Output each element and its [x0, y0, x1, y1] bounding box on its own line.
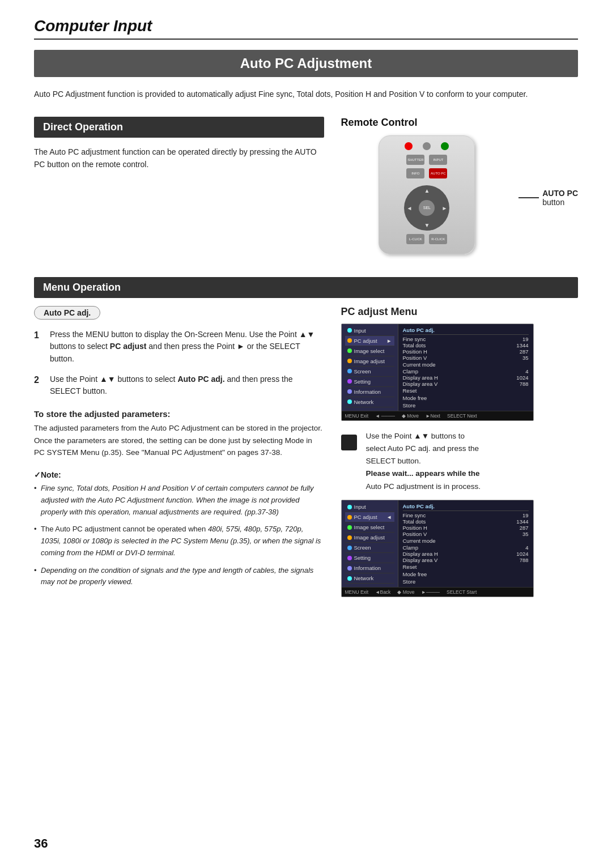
menu-footer-2: MENU Exit ◄Back ◆ Move ►──── SELECT Star… — [342, 588, 533, 597]
step-1: 1 Press the MENU button to display the O… — [34, 329, 324, 365]
remote-buttons-row1: SHUTTER INPUT — [406, 155, 447, 165]
label2-posh: Position H — [403, 525, 427, 531]
menu-left-2: Input PC adjust ◄ Image select — [342, 500, 398, 587]
val-posv: 35 — [522, 355, 529, 361]
footer2-exit: MENU Exit — [345, 589, 369, 595]
bottom-section: Auto PC adj. 1 Press the MENU button to … — [34, 306, 578, 597]
menu-right-panel-2: Auto PC adj. Fine sync19 Total dots1344 … — [398, 500, 533, 587]
menu2-item-info: Information — [345, 563, 394, 573]
icon2-setting — [347, 556, 352, 560]
note-item-2: The Auto PC adjustment cannot be operate… — [34, 524, 324, 559]
footer2-next: ►──── — [422, 589, 440, 595]
footer-back: ◄ ──── — [375, 413, 395, 419]
step-2-text: Use the Point ▲▼ buttons to select Auto … — [50, 373, 324, 398]
menu2-right-displh: Display area H1024 — [403, 551, 529, 557]
store-section: To store the adjusted parameters: The ad… — [34, 409, 324, 459]
val2-finesync: 19 — [522, 512, 529, 518]
label2-info: Information — [354, 565, 381, 571]
icon2-info — [347, 566, 352, 571]
label2-input: Input — [354, 504, 366, 510]
footer2-back: ◄Back — [375, 589, 390, 595]
note-text-3: Depending on the condition of signals an… — [41, 566, 313, 586]
icon-info — [347, 389, 352, 394]
nav-down-arrow: ▼ — [424, 222, 430, 228]
label2-pcadjust: PC adjust — [354, 514, 377, 520]
remote-auto-pc-btn: AUTO PC — [429, 168, 447, 178]
remote-shutter-btn: SHUTTER — [406, 155, 424, 165]
menu-operation-header: Menu Operation — [34, 277, 578, 298]
auto-pc-annotation: AUTO PC button — [518, 189, 578, 207]
label-imgadj: Image adjust — [354, 358, 385, 364]
arrow-text-line3: SELECT button. — [366, 457, 421, 465]
label2-totaldots: Total dots — [403, 518, 426, 525]
arrow-text-line2: select Auto PC adj. and press the — [366, 444, 479, 453]
pcadjust-arrow: ► — [386, 338, 392, 344]
step-1-text: Press the MENU button to display the On-… — [50, 329, 324, 365]
icon-screen — [347, 369, 352, 373]
footer-move: ◆ Move — [402, 413, 419, 419]
val-displh: 1024 — [516, 375, 528, 381]
menu2-right-reset: Reset — [403, 563, 529, 571]
remote-top-row — [405, 142, 449, 150]
auto-pc-sub: button — [542, 198, 578, 207]
menu-item-network: Network — [345, 397, 394, 407]
val-finesync: 19 — [522, 336, 529, 342]
label-displh: Display area H — [403, 375, 438, 381]
menu-right-panel: Auto PC adj. Fine sync19 Total dots1344 … — [398, 324, 533, 411]
label-finesync: Fine sync — [403, 336, 426, 342]
label2-modefree: Mode free — [403, 571, 427, 577]
label2-posv: Position V — [403, 531, 427, 537]
icon-imgsel — [347, 348, 352, 353]
remote-buttons-row2: INFO AUTO PC — [406, 168, 447, 178]
label2-finesync: Fine sync — [403, 512, 426, 518]
page-number: 36 — [34, 836, 48, 851]
arrow-line-horizontal — [518, 197, 539, 198]
auto-pc-adj-pill: Auto PC adj. — [34, 306, 100, 320]
direct-operation-col: Direct Operation The Auto PC adjustment … — [34, 117, 324, 260]
label-posv: Position V — [403, 355, 427, 361]
nav-right-arrow: ► — [441, 205, 447, 211]
icon-pcadjust — [347, 338, 352, 343]
label2-clamp: Clamp — [403, 544, 418, 551]
nav-up-arrow: ▲ — [424, 188, 430, 194]
pcadjust2-arrow: ◄ — [386, 514, 392, 520]
label2-setting: Setting — [354, 555, 371, 561]
menu-item-info: Information — [345, 387, 394, 397]
remote-rclick-btn: R-CLICK — [429, 234, 447, 244]
note-item-1: Fine sync, Total dots, Position H and Po… — [34, 483, 324, 518]
menu2-item-imgsel: Image select — [345, 522, 394, 533]
icon2-input — [347, 505, 352, 509]
menu-right-posh: Position H287 — [403, 348, 529, 355]
label2-imgsel: Image select — [354, 524, 385, 530]
menu-right-store: Store — [403, 402, 529, 409]
menu-footer-1: MENU Exit ◄ ──── ◆ Move ►Next SELECT Nex… — [342, 411, 533, 420]
label-currentmode: Current mode — [403, 361, 436, 368]
val2-clamp: 4 — [525, 544, 528, 551]
menu2-right-posh: Position H287 — [403, 525, 529, 531]
remote-nav-cluster: ▲ ▼ ◄ ► SEL — [404, 185, 449, 231]
pc-adjust-menu-label: PC adjust Menu — [341, 306, 579, 318]
pc-adjust-menu-col: PC adjust Menu Input PC adjust — [341, 306, 579, 597]
remote-input-btn: INPUT — [429, 155, 447, 165]
menu2-right-finesync: Fine sync19 — [403, 512, 529, 518]
auto-pc-button-label: AUTO PC button — [542, 189, 578, 207]
step-1-number: 1 — [34, 329, 44, 365]
icon-input — [347, 328, 352, 333]
menu2-item-network: Network — [345, 573, 394, 584]
menu-steps-list: 1 Press the MENU button to display the O… — [34, 329, 324, 398]
menu2-right-posv: Position V35 — [403, 531, 529, 537]
label2-store: Store — [403, 578, 416, 585]
step-2: 2 Use the Point ▲▼ buttons to select Aut… — [34, 373, 324, 398]
menu-item-screen: Screen — [345, 367, 394, 377]
note-text-1: Fine sync, Total dots, Position H and Po… — [41, 484, 314, 516]
pc-adjust-menu-mock-2: Input PC adjust ◄ Image select — [341, 500, 534, 597]
label-input: Input — [354, 327, 366, 334]
icon2-imgadj — [347, 535, 352, 540]
menu2-right-displv: Display area V788 — [403, 557, 529, 563]
label2-displh: Display area H — [403, 551, 438, 557]
icon2-network — [347, 576, 352, 581]
label-setting: Setting — [354, 378, 371, 385]
direct-operation-header: Direct Operation — [34, 117, 324, 138]
menu-item-input: Input — [345, 326, 394, 336]
menu2-right-modefree: Mode free — [403, 571, 529, 578]
